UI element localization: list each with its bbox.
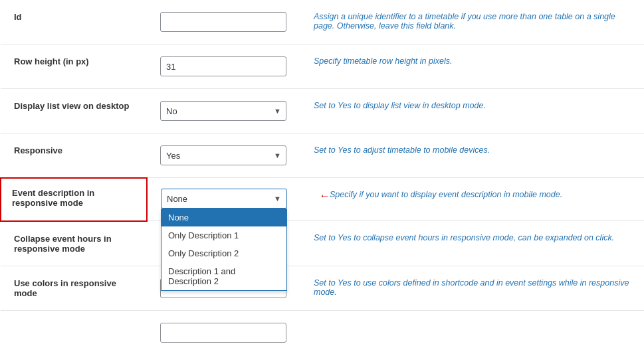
row-height-row: Row height (in px) Specify timetable row… <box>1 44 644 89</box>
use-colors-help: Set to Yes to use colors defined in shor… <box>300 266 644 310</box>
last-row-help <box>300 310 644 344</box>
display-list-label: Display list view on desktop <box>1 89 147 133</box>
display-list-help: Set to Yes to display list view in deskt… <box>300 89 644 133</box>
responsive-input-cell: Yes No ▼ <box>147 133 300 178</box>
display-list-input-cell: No Yes ▼ <box>147 89 300 133</box>
row-height-input-cell <box>147 44 300 89</box>
responsive-help: Set to Yes to adjust timetable to mobile… <box>300 133 644 178</box>
responsive-label: Responsive <box>1 133 147 178</box>
use-colors-row: Use colors in responsive mode No Yes ▼ S… <box>1 266 644 310</box>
event-description-selected-value: None <box>167 194 187 204</box>
responsive-row: Responsive Yes No ▼ Set to Yes to adjust… <box>1 133 644 178</box>
id-label: Id <box>1 0 147 44</box>
dropdown-option-none[interactable]: None <box>161 209 286 226</box>
event-description-help-text: Specify if you want to display event des… <box>330 190 562 199</box>
display-list-select-wrapper: No Yes ▼ <box>160 101 286 121</box>
collapse-hours-label: Collapse event hours in responsive mode <box>1 221 147 266</box>
event-description-chevron-icon: ▼ <box>274 195 281 203</box>
event-description-help: ← Specify if you want to display event d… <box>300 178 644 221</box>
collapse-hours-row: Collapse event hours in responsive mode … <box>1 221 644 266</box>
responsive-select-wrapper: Yes No ▼ <box>160 145 286 165</box>
id-input-cell <box>147 0 300 44</box>
id-input[interactable] <box>160 12 286 32</box>
row-height-label: Row height (in px) <box>1 44 147 89</box>
event-description-trigger[interactable]: None ▼ <box>161 189 287 209</box>
help-arrow-container: ← Specify if you want to display event d… <box>314 190 631 202</box>
event-description-menu: None Only Description 1 Only Description… <box>161 209 287 291</box>
last-row-input[interactable] <box>160 323 286 343</box>
row-height-help: Specify timetable row height in pixels. <box>300 44 644 89</box>
row-height-input[interactable] <box>160 56 286 76</box>
dropdown-option-desc1[interactable]: Only Description 1 <box>161 226 286 244</box>
event-description-row: Event description in responsive mode Non… <box>1 178 644 221</box>
last-row-input-cell <box>147 310 300 344</box>
event-description-input-cell: None ▼ None Only Description 1 Only Desc… <box>147 178 300 221</box>
last-row-label <box>1 310 147 344</box>
event-description-dropdown[interactable]: None ▼ None Only Description 1 Only Desc… <box>161 189 287 209</box>
dropdown-option-desc2[interactable]: Only Description 2 <box>161 244 286 262</box>
dropdown-option-desc1-desc2[interactable]: Description 1 and Description 2 <box>161 262 286 290</box>
id-row: Id Assign a unique identifier to a timet… <box>1 0 644 44</box>
collapse-hours-help: Set to Yes to collapse event hours in re… <box>300 221 644 266</box>
use-colors-label: Use colors in responsive mode <box>1 266 147 310</box>
display-list-row: Display list view on desktop No Yes ▼ Se… <box>1 89 644 133</box>
responsive-select[interactable]: Yes No <box>160 145 286 165</box>
id-help: Assign a unique identifier to a timetabl… <box>300 0 644 44</box>
left-arrow-icon: ← <box>319 190 330 202</box>
last-row <box>1 310 644 344</box>
event-description-label: Event description in responsive mode <box>1 178 147 221</box>
display-list-select[interactable]: No Yes <box>160 101 286 121</box>
